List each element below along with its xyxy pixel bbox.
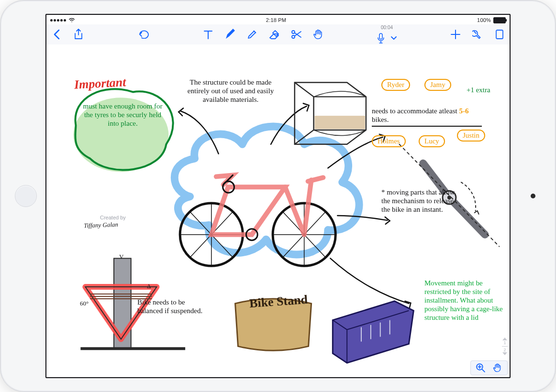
movement-note: Movement might be restricted by the site… <box>424 279 511 322</box>
important-body: must have enough room for the tyres to b… <box>81 102 165 128</box>
battery-percent: 100% <box>477 16 491 24</box>
angle-label: 60° <box>80 300 89 307</box>
accommodate-suffix: bikes. <box>372 116 389 123</box>
page-current: 1 <box>503 340 506 345</box>
svg-line-31 <box>482 369 485 372</box>
name-jamy: Jamy <box>424 79 451 91</box>
back-button[interactable] <box>50 28 63 41</box>
pan-hand-icon[interactable] <box>492 363 502 373</box>
name-lucy: Lucy <box>419 135 445 147</box>
hand-tool-button[interactable] <box>312 28 324 41</box>
page-indicator[interactable]: 1 2 <box>501 338 508 355</box>
pages-button[interactable] <box>493 28 506 41</box>
chevron-down-icon[interactable] <box>390 36 397 41</box>
svg-rect-3 <box>496 30 503 39</box>
recording-time: 00:04 <box>377 25 397 30</box>
app-toolbar: 00:04 <box>46 24 510 45</box>
accommodate-prefix: needs to accommodate atleast <box>372 107 459 115</box>
eraser-tool-button[interactable] <box>268 28 280 41</box>
accommodate-underline <box>372 126 482 127</box>
highlighter-tool-button[interactable] <box>246 28 258 41</box>
balance-note: Bike needs to be balanced if suspended. <box>137 298 209 315</box>
statusbar-clock: 2:18 PM <box>266 16 286 24</box>
svg-rect-2 <box>379 33 382 39</box>
status-bar: 2:18 PM 100% <box>46 15 510 24</box>
accommodate-note: needs to accommodate atleast 5-6 bikes. <box>372 107 482 124</box>
home-button[interactable] <box>15 185 37 207</box>
page-total: 2 <box>503 348 506 352</box>
name-justin: Justin <box>457 130 485 142</box>
extra-label: +1 extra <box>467 86 490 94</box>
v-label: V <box>119 253 123 261</box>
text-tool-button[interactable] <box>202 28 214 41</box>
accommodate-count: 5-6 <box>459 107 468 115</box>
important-title: Important <box>74 75 126 92</box>
share-button[interactable] <box>72 28 85 41</box>
undo-button[interactable] <box>137 28 150 41</box>
created-by-label: Created by <box>100 215 126 221</box>
add-button[interactable] <box>449 28 462 41</box>
zoom-in-icon[interactable] <box>476 363 486 373</box>
signature: Tiffany Galan <box>84 221 118 229</box>
settings-button[interactable] <box>471 28 484 41</box>
scissors-tool-button[interactable] <box>290 28 302 41</box>
front-camera <box>531 194 535 198</box>
moving-parts-note: * moving parts that allow the mechanism … <box>381 188 463 214</box>
delta-label: Δ <box>147 283 151 290</box>
recording-control[interactable]: 00:04 <box>377 25 397 44</box>
name-ryder: Ryder <box>381 79 410 91</box>
battery-icon <box>493 17 506 23</box>
note-canvas[interactable]: Important must have enough room for the … <box>46 44 510 377</box>
ipad-device-frame: 2:18 PM 100% <box>0 0 556 392</box>
screen: 2:18 PM 100% <box>45 14 511 378</box>
name-holmes: Holmes <box>372 135 406 147</box>
page-down-icon[interactable] <box>502 352 507 355</box>
svg-rect-16 <box>315 116 365 129</box>
structure-note: The structure could be made entirely out… <box>185 78 276 104</box>
pen-tool-button[interactable] <box>224 28 236 41</box>
wifi-icon <box>68 18 75 22</box>
microphone-icon <box>377 33 385 44</box>
zoom-pan-bar[interactable] <box>470 360 508 375</box>
cellular-signal-icon <box>50 19 66 22</box>
